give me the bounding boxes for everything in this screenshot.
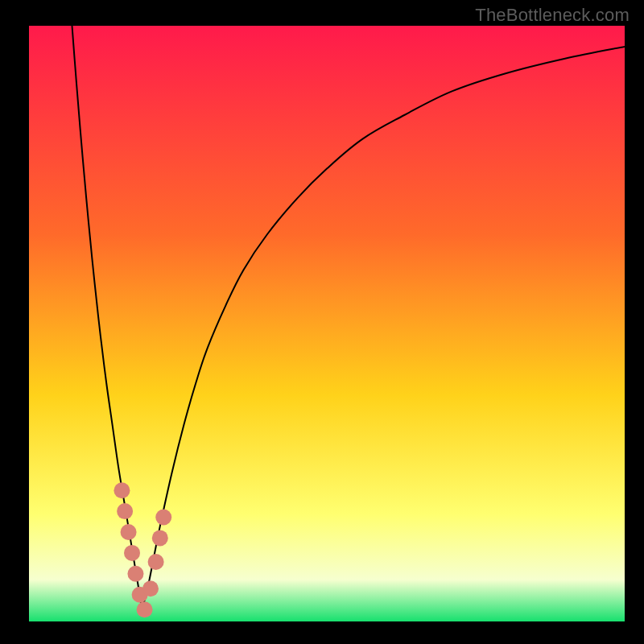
marker-dot: [124, 545, 140, 561]
plot-area: [29, 26, 625, 621]
marker-dot: [137, 601, 153, 617]
marker-dot: [114, 482, 130, 498]
chart-svg: [29, 26, 625, 621]
chart-frame: TheBottleneck.com: [0, 0, 644, 644]
marker-dot: [117, 503, 133, 519]
marker-dot: [152, 530, 168, 546]
gradient-background: [29, 26, 625, 621]
marker-dot: [142, 580, 159, 597]
marker-dot: [155, 510, 171, 526]
marker-dot: [121, 524, 137, 540]
marker-dot: [127, 566, 143, 582]
attribution-text: TheBottleneck.com: [475, 5, 630, 26]
marker-dot: [148, 554, 164, 570]
